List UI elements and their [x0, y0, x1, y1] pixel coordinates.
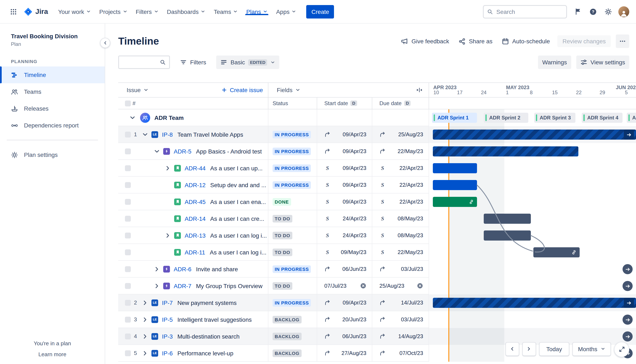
fullscreen-button[interactable] — [614, 342, 629, 357]
start-date-cell[interactable]: 09/Apr/23 — [317, 143, 372, 160]
row-checkbox[interactable] — [125, 148, 131, 154]
create-button[interactable]: Create — [306, 5, 334, 18]
status-badge[interactable]: IN PROGRESS — [272, 265, 311, 273]
user-avatar[interactable] — [618, 6, 629, 17]
settings-button[interactable] — [602, 5, 615, 18]
status-badge[interactable]: BACKLOG — [272, 332, 302, 340]
due-date-cell[interactable]: S22/Apr/23 — [372, 177, 429, 194]
start-date-cell[interactable]: S09/Apr/23 — [317, 194, 372, 210]
nav-item-teams[interactable]: Teams — [210, 8, 242, 15]
row-checkbox[interactable] — [125, 232, 131, 238]
issue-key[interactable]: ADR-13 — [185, 232, 206, 239]
status-badge[interactable]: TO DO — [272, 282, 292, 290]
issue-key[interactable]: ADR-45 — [185, 198, 206, 205]
gantt-bar-adr-11[interactable] — [533, 247, 580, 258]
nav-item-filters[interactable]: Filters — [132, 8, 162, 15]
issue-key[interactable]: IP-5 — [162, 316, 173, 323]
bar-continues-button[interactable] — [624, 130, 634, 140]
status-badge[interactable]: IN PROGRESS — [272, 181, 311, 188]
offscreen-bar-button[interactable] — [622, 332, 633, 342]
issue-column-header[interactable]: Issue Create issue — [118, 83, 268, 98]
chevron-right-icon[interactable] — [164, 232, 171, 239]
app-switcher-button[interactable] — [7, 5, 20, 18]
row-checkbox[interactable] — [125, 165, 131, 171]
due-date-cell[interactable]: 25/Aug/23 — [372, 126, 429, 143]
sidebar-item-dependencies-report[interactable]: Dependencies report — [0, 117, 105, 134]
learn-more-link[interactable]: Learn more — [38, 351, 66, 357]
due-date-cell[interactable]: S22/May/23 — [372, 244, 429, 261]
gantt-bar-adr-44[interactable] — [433, 163, 477, 173]
start-date-cell[interactable]: 09/Apr/23 — [317, 126, 372, 143]
nav-item-projects[interactable]: Projects — [95, 8, 132, 15]
due-date-cell[interactable]: S08/May/23 — [372, 210, 429, 227]
row-checkbox[interactable] — [125, 216, 131, 222]
nav-item-dashboards[interactable]: Dashboards — [162, 8, 210, 15]
sidebar-item-releases[interactable]: Releases — [0, 100, 105, 117]
start-date-cell[interactable]: S09/May/23 — [317, 244, 372, 261]
start-date-cell[interactable]: 20/Jun/23 — [317, 311, 372, 328]
status-badge[interactable]: BACKLOG — [272, 349, 302, 357]
announcements-button[interactable] — [571, 5, 585, 18]
status-badge[interactable]: TO DO — [272, 248, 292, 256]
chevron-right-icon[interactable] — [142, 333, 148, 340]
sprint-chip-adr-sprint-1[interactable]: ADR Sprint 1 — [432, 113, 477, 123]
start-date-cell[interactable]: 06/Jun/23 — [317, 261, 372, 278]
chevron-right-icon[interactable] — [142, 316, 148, 323]
status-badge[interactable]: DONE — [272, 198, 291, 206]
due-date-cell[interactable]: 25/Aug/23 — [372, 278, 429, 294]
gantt-bar-ip-8[interactable] — [433, 130, 636, 140]
issue-key[interactable]: ADR-11 — [185, 249, 205, 256]
chevron-right-icon[interactable] — [154, 266, 160, 272]
start-date-cell[interactable]: S24/Apr/23 — [317, 227, 372, 244]
row-checkbox[interactable] — [125, 182, 131, 188]
offscreen-bar-button[interactable] — [622, 281, 633, 291]
due-date-cell[interactable]: 07/Oct/23 — [372, 345, 429, 362]
start-date-cell[interactable]: S24/Apr/23 — [317, 210, 372, 227]
gantt-bar-adr-14[interactable] — [484, 214, 531, 224]
status-badge[interactable]: IN PROGRESS — [272, 299, 311, 306]
start-date-cell[interactable]: S09/Apr/23 — [317, 177, 372, 194]
jira-logo[interactable]: Jira — [20, 7, 54, 16]
due-date-cell[interactable]: 14/Aug/23 — [372, 328, 429, 345]
row-checkbox[interactable] — [125, 283, 131, 289]
gantt-bar-adr-45[interactable] — [433, 197, 477, 207]
start-date-cell[interactable]: 07/Jul/23 — [317, 278, 372, 294]
sprint-chip-adr-sprint-4[interactable]: ADR Sprint 4 — [582, 113, 622, 123]
row-checkbox[interactable] — [125, 249, 131, 255]
due-date-cell[interactable]: S08/May/23 — [372, 227, 429, 244]
help-button[interactable]: ? — [586, 5, 600, 18]
status-badge[interactable]: IN PROGRESS — [272, 148, 311, 155]
collapse-columns-icon[interactable] — [416, 87, 423, 93]
nav-item-plans[interactable]: Plans — [242, 8, 272, 15]
issue-search-input[interactable] — [122, 59, 160, 66]
status-badge[interactable]: BACKLOG — [272, 316, 302, 323]
share-as-button[interactable]: Share as — [454, 35, 496, 47]
view-mode-button[interactable]: Basic EDITED — [216, 56, 279, 69]
global-search-input[interactable] — [496, 8, 563, 15]
issue-search[interactable] — [118, 56, 170, 69]
chevron-down-icon[interactable] — [129, 114, 136, 121]
nav-item-apps[interactable]: Apps — [272, 8, 300, 15]
due-date-cell[interactable]: 03/Jul/23 — [372, 261, 429, 278]
start-date-cell[interactable]: 27/Aug/23 — [317, 345, 372, 362]
status-badge[interactable]: IN PROGRESS — [272, 164, 311, 172]
more-button[interactable] — [616, 34, 629, 48]
start-date-cell[interactable]: S09/Apr/23 — [317, 160, 372, 177]
due-date-cell[interactable]: S22/Apr/23 — [372, 194, 429, 210]
nav-item-your-work[interactable]: Your work — [54, 8, 95, 15]
zoom-select[interactable]: Months — [572, 342, 611, 356]
issue-key[interactable]: IP-8 — [162, 131, 173, 138]
global-search[interactable] — [483, 5, 567, 18]
chevron-right-icon[interactable] — [154, 282, 160, 289]
sidebar-item-teams[interactable]: Teams — [0, 83, 105, 100]
view-settings-button[interactable]: View settings — [576, 56, 629, 69]
issue-key[interactable]: ADR-7 — [174, 282, 192, 289]
gantt-bar-adr-5[interactable] — [433, 146, 578, 156]
gantt-bar-adr-12[interactable] — [433, 180, 477, 190]
scroll-left-button[interactable] — [506, 342, 519, 356]
sprint-chip-adr-sprint-3[interactable]: ADR Sprint 3 — [534, 113, 576, 123]
today-button[interactable]: Today — [539, 342, 569, 356]
offscreen-bar-button[interactable] — [622, 314, 633, 325]
scroll-right-button[interactable] — [522, 342, 536, 356]
filters-button[interactable]: Filters — [176, 56, 210, 69]
